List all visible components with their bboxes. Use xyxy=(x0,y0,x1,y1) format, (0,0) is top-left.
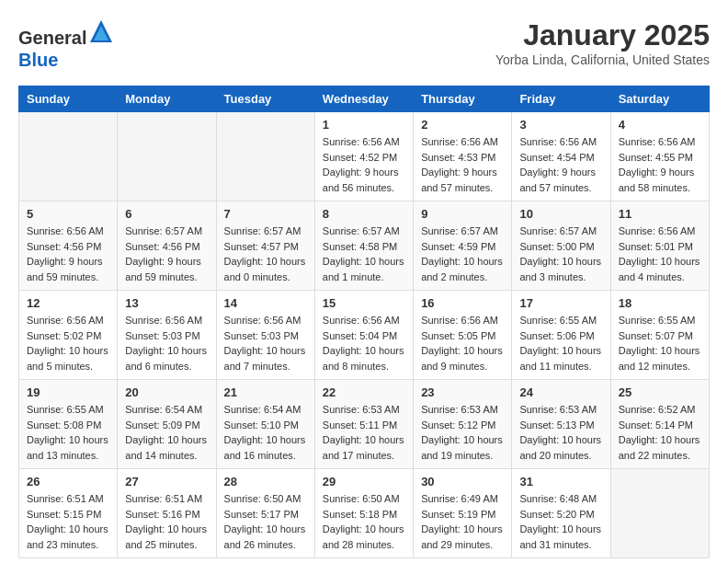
day-number: 21 xyxy=(224,385,307,399)
calendar-cell: 29Sunrise: 6:50 AM Sunset: 5:18 PM Dayli… xyxy=(314,469,413,558)
day-info: Sunrise: 6:56 AM Sunset: 5:01 PM Dayligh… xyxy=(619,224,701,284)
weekday-header-thursday: Thursday xyxy=(414,86,512,112)
day-info: Sunrise: 6:55 AM Sunset: 5:06 PM Dayligh… xyxy=(519,313,602,373)
day-number: 22 xyxy=(323,385,405,399)
day-info: Sunrise: 6:51 AM Sunset: 5:15 PM Dayligh… xyxy=(27,491,109,552)
weekday-header-sunday: Sunday xyxy=(19,86,118,112)
calendar-table: SundayMondayTuesdayWednesdayThursdayFrid… xyxy=(18,86,710,558)
calendar-cell: 7Sunrise: 6:57 AM Sunset: 4:57 PM Daylig… xyxy=(216,201,314,291)
day-info: Sunrise: 6:56 AM Sunset: 4:54 PM Dayligh… xyxy=(519,134,602,195)
calendar-cell: 31Sunrise: 6:48 AM Sunset: 5:20 PM Dayli… xyxy=(512,469,610,558)
day-number: 25 xyxy=(619,385,701,399)
calendar-week-4: 19Sunrise: 6:55 AM Sunset: 5:08 PM Dayli… xyxy=(19,380,710,469)
calendar-week-5: 26Sunrise: 6:51 AM Sunset: 5:15 PM Dayli… xyxy=(19,469,710,558)
calendar-cell xyxy=(19,112,118,201)
day-info: Sunrise: 6:56 AM Sunset: 5:04 PM Dayligh… xyxy=(323,313,405,373)
weekday-header-friday: Friday xyxy=(512,86,610,112)
calendar-week-2: 5Sunrise: 6:56 AM Sunset: 4:56 PM Daylig… xyxy=(19,201,710,291)
calendar-cell: 2Sunrise: 6:56 AM Sunset: 4:53 PM Daylig… xyxy=(414,112,512,201)
calendar-cell: 25Sunrise: 6:52 AM Sunset: 5:14 PM Dayli… xyxy=(610,380,709,469)
calendar-cell: 23Sunrise: 6:53 AM Sunset: 5:12 PM Dayli… xyxy=(414,380,512,469)
day-info: Sunrise: 6:57 AM Sunset: 4:58 PM Dayligh… xyxy=(323,224,405,284)
weekday-header-saturday: Saturday xyxy=(610,86,709,112)
calendar-cell: 11Sunrise: 6:56 AM Sunset: 5:01 PM Dayli… xyxy=(610,201,709,291)
calendar-cell: 15Sunrise: 6:56 AM Sunset: 5:04 PM Dayli… xyxy=(314,291,413,380)
day-info: Sunrise: 6:56 AM Sunset: 4:56 PM Dayligh… xyxy=(27,224,109,284)
calendar-cell: 4Sunrise: 6:56 AM Sunset: 4:55 PM Daylig… xyxy=(610,112,709,201)
calendar-cell: 3Sunrise: 6:56 AM Sunset: 4:54 PM Daylig… xyxy=(512,112,610,201)
calendar-cell: 9Sunrise: 6:57 AM Sunset: 4:59 PM Daylig… xyxy=(414,201,512,291)
calendar-cell: 12Sunrise: 6:56 AM Sunset: 5:02 PM Dayli… xyxy=(19,291,118,380)
day-info: Sunrise: 6:57 AM Sunset: 4:59 PM Dayligh… xyxy=(421,224,504,284)
calendar-cell: 27Sunrise: 6:51 AM Sunset: 5:16 PM Dayli… xyxy=(118,469,216,558)
calendar-cell: 13Sunrise: 6:56 AM Sunset: 5:03 PM Dayli… xyxy=(118,291,216,380)
calendar-header-row: SundayMondayTuesdayWednesdayThursdayFrid… xyxy=(19,86,710,112)
calendar-cell xyxy=(216,112,314,201)
day-info: Sunrise: 6:57 AM Sunset: 4:57 PM Dayligh… xyxy=(224,224,307,284)
calendar-cell: 8Sunrise: 6:57 AM Sunset: 4:58 PM Daylig… xyxy=(314,201,413,291)
calendar-cell: 26Sunrise: 6:51 AM Sunset: 5:15 PM Dayli… xyxy=(19,469,118,558)
logo-blue: Blue xyxy=(18,50,58,70)
day-info: Sunrise: 6:50 AM Sunset: 5:18 PM Dayligh… xyxy=(323,491,405,552)
day-number: 8 xyxy=(323,207,405,221)
day-info: Sunrise: 6:49 AM Sunset: 5:19 PM Dayligh… xyxy=(421,491,504,552)
day-number: 4 xyxy=(619,118,701,132)
weekday-header-monday: Monday xyxy=(118,86,216,112)
logo-icon xyxy=(88,18,114,44)
day-info: Sunrise: 6:53 AM Sunset: 5:12 PM Dayligh… xyxy=(421,402,504,463)
calendar-cell: 22Sunrise: 6:53 AM Sunset: 5:11 PM Dayli… xyxy=(314,380,413,469)
day-info: Sunrise: 6:57 AM Sunset: 5:00 PM Dayligh… xyxy=(519,224,602,284)
calendar-cell xyxy=(118,112,216,201)
calendar-cell xyxy=(610,469,709,558)
day-number: 19 xyxy=(27,385,109,399)
day-number: 26 xyxy=(27,475,109,488)
logo: General Blue xyxy=(18,18,114,71)
calendar-cell: 18Sunrise: 6:55 AM Sunset: 5:07 PM Dayli… xyxy=(610,291,709,380)
day-number: 14 xyxy=(224,296,307,310)
day-info: Sunrise: 6:55 AM Sunset: 5:07 PM Dayligh… xyxy=(619,313,701,373)
day-info: Sunrise: 6:51 AM Sunset: 5:16 PM Dayligh… xyxy=(125,491,208,552)
day-info: Sunrise: 6:56 AM Sunset: 5:05 PM Dayligh… xyxy=(421,313,504,373)
day-info: Sunrise: 6:55 AM Sunset: 5:08 PM Dayligh… xyxy=(27,402,109,463)
day-number: 24 xyxy=(519,385,602,399)
calendar-cell: 14Sunrise: 6:56 AM Sunset: 5:03 PM Dayli… xyxy=(216,291,314,380)
day-number: 2 xyxy=(421,118,504,132)
day-info: Sunrise: 6:56 AM Sunset: 4:53 PM Dayligh… xyxy=(421,134,504,195)
day-number: 17 xyxy=(519,296,602,310)
day-number: 16 xyxy=(421,296,504,310)
title-block: January 2025 Yorba Linda, California, Un… xyxy=(495,18,710,67)
calendar-cell: 16Sunrise: 6:56 AM Sunset: 5:05 PM Dayli… xyxy=(414,291,512,380)
month-title: January 2025 xyxy=(495,18,710,52)
calendar-cell: 10Sunrise: 6:57 AM Sunset: 5:00 PM Dayli… xyxy=(512,201,610,291)
calendar-cell: 17Sunrise: 6:55 AM Sunset: 5:06 PM Dayli… xyxy=(512,291,610,380)
day-number: 5 xyxy=(27,207,109,221)
day-number: 11 xyxy=(619,207,701,221)
day-number: 28 xyxy=(224,475,307,488)
day-number: 10 xyxy=(519,207,602,221)
day-number: 20 xyxy=(125,385,208,399)
calendar-cell: 24Sunrise: 6:53 AM Sunset: 5:13 PM Dayli… xyxy=(512,380,610,469)
day-info: Sunrise: 6:54 AM Sunset: 5:09 PM Dayligh… xyxy=(125,402,208,463)
logo-general: General xyxy=(18,28,86,48)
calendar-cell: 20Sunrise: 6:54 AM Sunset: 5:09 PM Dayli… xyxy=(118,380,216,469)
day-info: Sunrise: 6:53 AM Sunset: 5:11 PM Dayligh… xyxy=(323,402,405,463)
day-info: Sunrise: 6:56 AM Sunset: 5:03 PM Dayligh… xyxy=(224,313,307,373)
weekday-header-tuesday: Tuesday xyxy=(216,86,314,112)
calendar-week-3: 12Sunrise: 6:56 AM Sunset: 5:02 PM Dayli… xyxy=(19,291,710,380)
day-number: 3 xyxy=(519,118,602,132)
day-number: 13 xyxy=(125,296,208,310)
calendar-cell: 5Sunrise: 6:56 AM Sunset: 4:56 PM Daylig… xyxy=(19,201,118,291)
day-number: 12 xyxy=(27,296,109,310)
day-number: 29 xyxy=(323,475,405,488)
day-number: 31 xyxy=(519,475,602,488)
day-info: Sunrise: 6:57 AM Sunset: 4:56 PM Dayligh… xyxy=(125,224,208,284)
day-number: 23 xyxy=(421,385,504,399)
day-info: Sunrise: 6:50 AM Sunset: 5:17 PM Dayligh… xyxy=(224,491,307,552)
weekday-header-wednesday: Wednesday xyxy=(314,86,413,112)
day-number: 27 xyxy=(125,475,208,488)
day-info: Sunrise: 6:48 AM Sunset: 5:20 PM Dayligh… xyxy=(519,491,602,552)
calendar-cell: 30Sunrise: 6:49 AM Sunset: 5:19 PM Dayli… xyxy=(414,469,512,558)
day-number: 18 xyxy=(619,296,701,310)
day-info: Sunrise: 6:53 AM Sunset: 5:13 PM Dayligh… xyxy=(519,402,602,463)
day-number: 30 xyxy=(421,475,504,488)
